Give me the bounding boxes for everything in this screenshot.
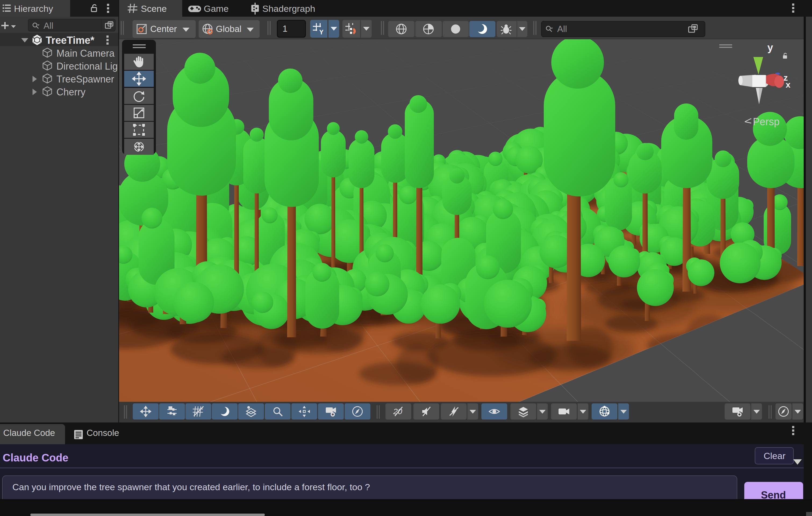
svg-text:y: y: [767, 42, 773, 53]
svg-text:Persp: Persp: [753, 116, 780, 127]
svg-text:Y: Y: [319, 29, 323, 35]
svg-text:x: x: [786, 80, 790, 89]
